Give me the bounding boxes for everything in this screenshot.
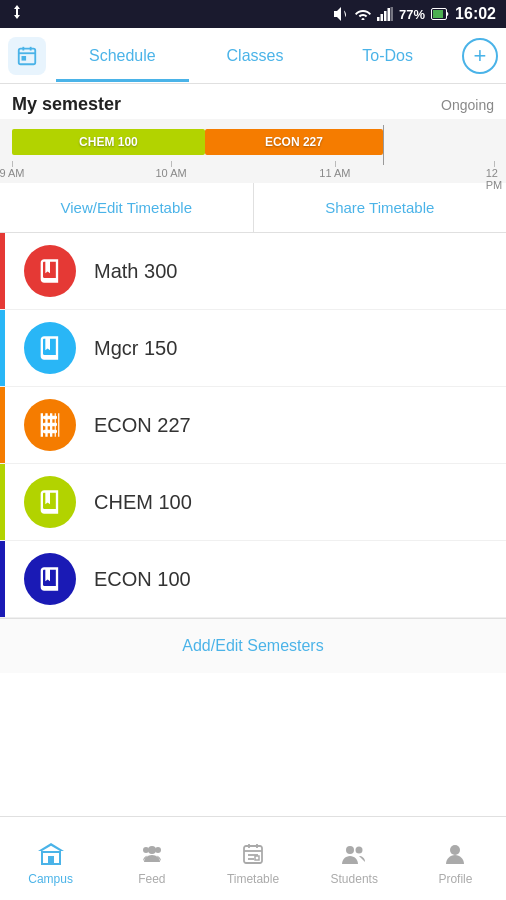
svg-rect-11	[22, 56, 25, 59]
svg-point-17	[155, 847, 161, 853]
svg-point-27	[356, 846, 363, 853]
battery-percent: 77%	[399, 7, 425, 22]
course-item-econ227[interactable]: ECON 227	[0, 387, 506, 464]
course-icon-chem100	[24, 476, 76, 528]
svg-rect-13	[43, 423, 57, 427]
semester-title: My semester	[12, 94, 121, 115]
nav-label-campus: Campus	[28, 872, 73, 886]
view-edit-timetable-button[interactable]: View/Edit Timetable	[0, 183, 254, 232]
course-bar-chem100	[0, 464, 5, 540]
timeline-ticks: 9 AM 10 AM 11 AM 12 PM	[12, 161, 494, 181]
tick-label-1: 10 AM	[155, 167, 186, 179]
svg-rect-3	[388, 8, 391, 21]
svg-point-28	[450, 845, 460, 855]
book-icon-chem100	[36, 488, 64, 516]
course-bar-econ227	[0, 387, 5, 463]
timeline-container: CHEM 100 ECON 227 9 AM 10 AM 11 AM 12 PM	[0, 119, 506, 183]
timetable-icon	[239, 840, 267, 868]
svg-rect-6	[433, 10, 443, 18]
tab-bar: Schedule Classes To-Dos +	[0, 28, 506, 84]
tick-label-3: 12 PM	[486, 167, 503, 191]
svg-rect-4	[391, 7, 394, 21]
tick-label-0: 9 AM	[0, 167, 25, 179]
course-icon-econ100	[24, 553, 76, 605]
course-name-mgcr150: Mgcr 150	[94, 337, 177, 360]
svg-rect-2	[384, 11, 387, 21]
timeline-bar-chem: CHEM 100	[12, 129, 205, 155]
nav-label-profile: Profile	[438, 872, 472, 886]
feed-icon	[138, 840, 166, 868]
usb-icon	[10, 5, 24, 23]
calendar-icon	[16, 45, 38, 67]
signal-icon	[377, 7, 393, 21]
profile-icon	[441, 840, 469, 868]
tick-label-2: 11 AM	[319, 167, 350, 179]
course-item-mgcr150[interactable]: Mgcr 150	[0, 310, 506, 387]
course-item-econ100[interactable]: ECON 100	[0, 541, 506, 618]
course-name-econ227: ECON 227	[94, 414, 191, 437]
svg-rect-12	[43, 416, 57, 420]
course-name-econ100: ECON 100	[94, 568, 191, 591]
wifi-icon	[355, 8, 371, 20]
students-icon	[340, 840, 368, 868]
course-name-chem100: CHEM 100	[94, 491, 192, 514]
svg-point-18	[143, 847, 149, 853]
status-left	[10, 5, 24, 23]
main-tabs: Schedule Classes To-Dos	[56, 39, 454, 73]
bottom-nav: Campus Feed T	[0, 816, 506, 900]
status-right: 77% 16:02	[333, 5, 496, 23]
add-edit-semesters-button[interactable]: Add/Edit Semesters	[0, 618, 506, 673]
svg-rect-0	[377, 17, 380, 21]
semester-header: My semester Ongoing	[0, 84, 506, 119]
nav-profile[interactable]: Profile	[405, 832, 506, 886]
course-item-math300[interactable]: Math 300	[0, 233, 506, 310]
books-icon-econ227	[36, 411, 64, 439]
tab-schedule[interactable]: Schedule	[56, 39, 189, 73]
course-icon-econ227	[24, 399, 76, 451]
course-name-math300: Math 300	[94, 260, 177, 283]
svg-point-16	[148, 846, 156, 854]
svg-rect-15	[48, 856, 54, 863]
timeline-bars: CHEM 100 ECON 227	[12, 125, 494, 159]
campus-icon	[37, 840, 65, 868]
clock: 16:02	[455, 5, 496, 23]
nav-feed[interactable]: Feed	[101, 832, 202, 886]
course-icon-math300	[24, 245, 76, 297]
semester-status: Ongoing	[441, 97, 494, 113]
course-list: Math 300 Mgcr 150 ECON 227	[0, 233, 506, 618]
svg-rect-14	[43, 430, 57, 434]
nav-label-timetable: Timetable	[227, 872, 279, 886]
book-icon-mgcr150	[36, 334, 64, 362]
course-bar-econ100	[0, 541, 5, 617]
svg-rect-25	[255, 856, 259, 860]
course-icon-mgcr150	[24, 322, 76, 374]
status-bar: 77% 16:02	[0, 0, 506, 28]
book-icon-math300	[36, 257, 64, 285]
svg-point-26	[346, 846, 354, 854]
battery-icon	[431, 8, 449, 20]
nav-students[interactable]: Students	[304, 832, 405, 886]
course-bar-math300	[0, 233, 5, 309]
timetable-actions: View/Edit Timetable Share Timetable	[0, 183, 506, 233]
share-timetable-button[interactable]: Share Timetable	[254, 183, 507, 232]
course-item-chem100[interactable]: CHEM 100	[0, 464, 506, 541]
mute-icon	[333, 7, 349, 21]
book-icon-econ100	[36, 565, 64, 593]
tab-classes[interactable]: Classes	[189, 39, 322, 73]
nav-label-students: Students	[331, 872, 378, 886]
nav-timetable[interactable]: Timetable	[202, 832, 303, 886]
course-bar-mgcr150	[0, 310, 5, 386]
timeline-bar-econ: ECON 227	[205, 129, 383, 155]
timeline-cursor	[383, 125, 384, 165]
add-tab-button[interactable]: +	[462, 38, 498, 74]
svg-rect-1	[381, 14, 384, 21]
svg-rect-7	[19, 48, 36, 64]
schedule-app-icon[interactable]	[8, 37, 46, 75]
nav-campus[interactable]: Campus	[0, 832, 101, 886]
tab-todos[interactable]: To-Dos	[321, 39, 454, 73]
nav-label-feed: Feed	[138, 872, 165, 886]
